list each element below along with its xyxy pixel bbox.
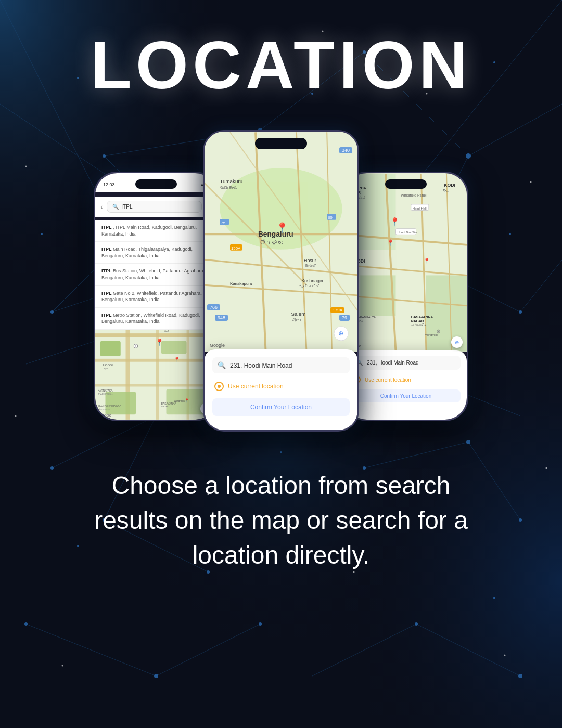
road-79: 79 <box>339 315 350 321</box>
bottom-text-section: Choose a location from search results on… <box>47 468 515 573</box>
phone-center-bottom-sheet: 🔍 231, Hoodi Main Road Use current locat… <box>205 349 357 430</box>
svg-text:📍: 📍 <box>387 239 394 246</box>
result-text-1: , ITPL Main Road, Kadugodi, Bengaluru, K… <box>101 225 197 237</box>
svg-text:NAGAR: NAGAR <box>411 319 424 323</box>
result-item-2[interactable]: ITPL Main Road, Thigalarapalya, Kadugodi… <box>95 242 217 264</box>
svg-text:📍: 📍 <box>276 222 289 234</box>
search-icon-center: 🔍 <box>218 361 226 369</box>
result-item-1[interactable]: ITPL , ITPL Main Road, Kadugodi, Bengalu… <box>95 220 217 242</box>
svg-text:Whitefield Panel: Whitefield Panel <box>401 193 427 197</box>
phone-left: 12:03 ▲ ▮ ‹ 🔍 ITPL ✕ ITPL , ITPL M <box>94 172 219 421</box>
phone-right-map: AYYAPPA NAGAR ಅಯ್ಯಪ್ಪ ನಗರ್ KODI ಕೊ... Wh… <box>345 173 467 352</box>
svg-text:Tumakuru: Tumakuru <box>220 178 242 184</box>
result-bold-1: ITPL <box>101 225 112 230</box>
svg-text:B: B <box>135 345 136 347</box>
svg-text:📍: 📍 <box>424 257 430 264</box>
orange-location-icon <box>214 382 224 391</box>
result-bold-4: ITPL <box>101 291 112 296</box>
svg-text:ಬೆಂಗಳೂರು: ಬೆಂಗಳೂರು <box>260 239 283 245</box>
search-query-left: ITPL <box>121 204 132 210</box>
svg-text:Krishnagiri: Krishnagiri <box>301 278 323 283</box>
svg-text:ಬಸವಣ್ಣ: ಬಸವಣ್ಣ <box>411 323 427 327</box>
phones-section: 12:03 ▲ ▮ ‹ 🔍 ITPL ✕ ITPL , ITPL M <box>0 120 562 442</box>
svg-text:BASAVANNA: BASAVANNA <box>411 315 433 319</box>
time-display: 12:03 <box>103 182 115 187</box>
page-title: LOCATION <box>90 31 471 99</box>
svg-text:ಹೊಸೂರ್: ಹೊಸೂರ್ <box>304 264 316 268</box>
svg-text:⊕: ⊕ <box>338 330 343 336</box>
search-input-left[interactable]: 🔍 ITPL <box>107 201 202 213</box>
svg-text:NAGAR: NAGAR <box>161 405 169 408</box>
center-use-current-text: Use current location <box>228 383 284 390</box>
svg-text:69: 69 <box>328 215 333 220</box>
result-bold-3: ITPL <box>101 268 112 274</box>
svg-text:ಹೂಡಿ: ಹೂಡಿ <box>103 368 108 370</box>
search-icon-left: 🔍 <box>112 204 119 210</box>
google-label-center: Google <box>210 343 225 348</box>
phone-center: Bengaluru ಬೆಂಗಳೂರು Tumakuru ತುಮಕೂರು Sale… <box>203 130 359 432</box>
svg-text:ಹೂಡಿ: ಹೂಡಿ <box>164 330 169 333</box>
svg-text:TRADE PROM...: TRADE PROM... <box>98 393 113 395</box>
result-bold-5: ITPL <box>101 313 112 318</box>
right-confirm-label: Confirm Your Location <box>380 393 431 399</box>
right-use-current-row[interactable]: Use current location <box>351 373 461 386</box>
google-label-left: Google <box>99 413 111 417</box>
svg-text:⚙: ⚙ <box>437 329 441 335</box>
orange-dot-inner <box>218 385 221 388</box>
back-button[interactable]: ‹ <box>100 203 103 211</box>
svg-text:SEETHARAMPALYA: SEETHARAMPALYA <box>98 405 122 408</box>
center-use-current-row[interactable]: Use current location <box>212 379 350 394</box>
result-text-3: Bus Station, Whitefield, Pattandur Agrah… <box>101 268 205 280</box>
phone-right-bottom-sheet: 🔍 231, Hoodi Main Road Use current locat… <box>345 350 467 420</box>
right-use-current-text: Use current location <box>365 377 411 383</box>
svg-text:HOODI: HOODI <box>103 364 113 367</box>
right-confirm-button[interactable]: Confirm Your Location <box>351 389 461 402</box>
phone-center-status-bar <box>205 132 357 152</box>
svg-text:BASAVANNA: BASAVANNA <box>161 402 177 405</box>
svg-text:Kanakapura: Kanakapura <box>230 281 252 286</box>
svg-rect-128 <box>360 275 395 316</box>
center-location-input[interactable]: 🔍 231, Hoodi Main Road <box>212 357 350 373</box>
svg-text:Hoodi Hall: Hoodi Hall <box>413 207 427 210</box>
svg-text:📍: 📍 <box>155 338 164 347</box>
center-address: 231, Hoodi Main Road <box>230 362 344 369</box>
svg-text:ತುಮಕೂರು: ತುಮಕೂರು <box>220 185 237 190</box>
result-text-2: Main Road, Thigalarapalya, Kadugodi, Ben… <box>101 246 193 258</box>
road-948: 948 <box>215 315 228 321</box>
svg-text:Salem: Salem <box>291 311 306 317</box>
result-text-5: Metro Station, Whitefield Road, Kadugodi… <box>101 313 200 324</box>
road-766: 766 <box>207 304 220 310</box>
svg-text:ಸೀತಾರಾಂಪಾಲ್ಯ: ಸೀತಾರಾಂಪಾಲ್ಯ <box>98 408 110 411</box>
phone-right: AYYAPPA NAGAR ಅಯ್ಯಪ್ಪ ನಗರ್ KODI ಕೊ... Wh… <box>343 172 468 421</box>
svg-text:Windmills: Windmills <box>174 400 185 402</box>
result-bold-2: ITPL <box>101 246 112 252</box>
svg-text:Hosur: Hosur <box>304 258 316 263</box>
svg-text:📍: 📍 <box>390 217 400 227</box>
svg-rect-75 <box>161 341 187 354</box>
phone-left-notch <box>135 179 177 189</box>
svg-text:150A: 150A <box>231 246 241 251</box>
phone-center-map: Bengaluru ಬೆಂಗಳೂರು Tumakuru ತುಮಕೂರು Sale… <box>205 132 357 352</box>
result-text-4: Gate No 2, Whitefield, Pattandur Agrahar… <box>101 291 202 303</box>
svg-text:KARNATAKA: KARNATAKA <box>98 389 113 392</box>
svg-text:📍: 📍 <box>184 398 189 403</box>
compass-button-right[interactable]: ⊕ <box>451 336 463 348</box>
result-item-5[interactable]: ITPL Metro Station, Whitefield Road, Kad… <box>95 308 217 330</box>
result-item-4[interactable]: ITPL Gate No 2, Whitefield, Pattandur Ag… <box>95 286 217 308</box>
svg-rect-74 <box>100 341 121 356</box>
bottom-description: Choose a location from search results on… <box>78 468 484 573</box>
title-section: LOCATION <box>90 31 471 99</box>
page-content: LOCATION 12:03 ▲ ▮ ‹ 🔍 ITPL ✕ <box>0 0 562 728</box>
phone-left-search-bar[interactable]: ‹ 🔍 ITPL ✕ <box>95 197 217 217</box>
center-confirm-label: Confirm Your Location <box>250 404 312 411</box>
svg-text:Hoodi Bus Stop: Hoodi Bus Stop <box>397 231 418 234</box>
phone-right-status-bar <box>345 173 467 192</box>
svg-text:📍: 📍 <box>174 356 181 363</box>
svg-text:ಸೇಲಂ: ಸೇಲಂ <box>291 318 301 323</box>
right-location-input[interactable]: 🔍 231, Hoodi Main Road <box>351 356 461 370</box>
search-results-list: ITPL , ITPL Main Road, Kadugodi, Bengalu… <box>95 220 217 330</box>
result-item-3[interactable]: ITPL Bus Station, Whitefield, Pattandur … <box>95 264 217 285</box>
right-address: 231, Hoodi Main Road <box>367 360 455 366</box>
center-confirm-button[interactable]: Confirm Your Location <box>212 398 350 416</box>
svg-text:75: 75 <box>221 220 225 225</box>
